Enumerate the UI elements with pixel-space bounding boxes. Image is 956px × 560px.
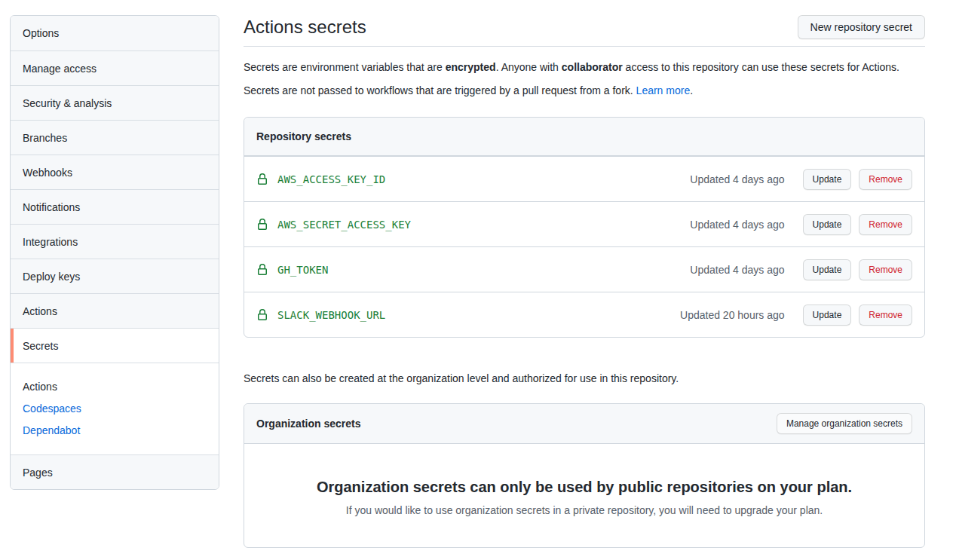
intro-bold-encrypted: encrypted [446,61,496,73]
update-secret-button[interactable]: Update [803,259,852,280]
sidebar-item-manage-access[interactable]: Manage access [11,50,219,85]
empty-state-subtext: If you would like to use organization se… [274,503,894,519]
sidebar-item-label: Deploy keys [23,271,80,283]
lock-icon [256,219,268,231]
repository-secrets-box: Repository secrets AWS_ACCESS_KEY_ID Upd… [244,117,925,338]
update-secret-button[interactable]: Update [803,304,852,326]
settings-page: Options Manage access Security & analysi… [0,0,956,548]
secret-row-actions: Update Remove [803,304,912,326]
organization-secrets-title: Organization secrets [256,418,361,430]
subnav-item-actions[interactable]: Actions [23,375,207,397]
new-repository-secret-button[interactable]: New repository secret [798,15,925,39]
intro-text-segment: Secrets are environment variables that a… [244,61,446,73]
sidebar-item-pages[interactable]: Pages [11,454,219,489]
update-secret-button[interactable]: Update [803,214,852,235]
secret-name: AWS_SECRET_ACCESS_KEY [277,219,411,231]
sidebar-item-label: Secrets [23,340,58,352]
secret-updated-timestamp: Updated 4 days ago [690,173,784,185]
secret-row: SLACK_WEBHOOK_URL Updated 20 hours ago U… [244,292,924,337]
remove-secret-button[interactable]: Remove [859,214,912,235]
sidebar-item-branches[interactable]: Branches [11,120,219,155]
intro-text-segment: . Anyone with [496,61,562,73]
secrets-subnav: Actions Codespaces Dependabot [11,363,219,454]
secret-row: AWS_ACCESS_KEY_ID Updated 4 days ago Upd… [244,156,924,201]
sidebar-item-label: Actions [23,305,57,317]
secret-updated-timestamp: Updated 4 days ago [690,219,784,231]
subnav-item-label: Actions [23,381,57,393]
sidebar-item-label: Webhooks [23,167,72,179]
remove-secret-button[interactable]: Remove [859,259,912,280]
lock-icon [256,309,268,321]
learn-more-link[interactable]: Learn more [636,84,691,96]
organization-note: Secrets can also be created at the organ… [244,371,925,387]
organization-secrets-header: Organization secrets Manage organization… [244,404,924,444]
intro-paragraph-2: Secrets are not passed to workflows that… [244,83,925,99]
sidebar-item-secrets[interactable]: Secrets [11,328,219,363]
intro-paragraph-1: Secrets are environment variables that a… [244,60,925,75]
sidebar-item-label: Security & analysis [23,97,112,109]
page-title: Actions secrets [244,17,366,38]
secret-row-actions: Update Remove [803,214,912,235]
remove-secret-button[interactable]: Remove [859,169,912,190]
sidebar-item-label: Pages [23,467,53,479]
secret-row-actions: Update Remove [803,169,912,190]
sidebar-item-label: Notifications [23,201,80,213]
intro-text-segment: Secrets are not passed to workflows that… [244,84,636,96]
page-header: Actions secrets New repository secret [244,15,925,47]
sidebar-item-label: Options [23,27,59,39]
secret-row: GH_TOKEN Updated 4 days ago Update Remov… [244,246,924,292]
subnav-item-label: Dependabot [23,424,80,436]
sidebar-item-label: Manage access [23,63,97,75]
organization-secrets-box: Organization secrets Manage organization… [244,403,925,548]
secret-row: AWS_SECRET_ACCESS_KEY Updated 4 days ago… [244,201,924,246]
secret-updated-timestamp: Updated 4 days ago [690,264,784,276]
sidebar-item-notifications[interactable]: Notifications [11,189,219,224]
intro-text: Secrets are environment variables that a… [244,60,925,99]
intro-text-segment: . [690,84,693,96]
subnav-item-codespaces[interactable]: Codespaces [23,397,207,419]
sidebar-item-integrations[interactable]: Integrations [11,224,219,259]
secret-name: AWS_ACCESS_KEY_ID [277,173,385,185]
lock-icon [256,264,268,276]
repository-secrets-title: Repository secrets [256,130,351,142]
sidebar-item-label: Integrations [23,236,78,248]
sidebar-item-deploy-keys[interactable]: Deploy keys [11,259,219,293]
remove-secret-button[interactable]: Remove [859,304,912,326]
organization-secrets-empty-state: Organization secrets can only be used by… [244,444,924,547]
sidebar-item-options[interactable]: Options [11,16,219,50]
sidebar-item-label: Branches [23,132,67,144]
update-secret-button[interactable]: Update [803,169,852,190]
sidebar-item-security-analysis[interactable]: Security & analysis [11,85,219,120]
intro-text-segment: access to this repository can use these … [623,61,899,73]
sidebar-item-actions[interactable]: Actions [11,293,219,328]
lock-icon [256,173,268,185]
manage-organization-secrets-button[interactable]: Manage organization secrets [777,413,912,434]
secret-row-actions: Update Remove [803,259,912,280]
sidebar-item-webhooks[interactable]: Webhooks [11,155,219,189]
secret-name: SLACK_WEBHOOK_URL [277,309,385,321]
secret-updated-timestamp: Updated 20 hours ago [680,309,785,321]
main-content: Actions secrets New repository secret Se… [244,15,925,548]
subnav-item-dependabot[interactable]: Dependabot [23,419,207,441]
intro-bold-collaborator: collaborator [562,61,623,73]
subnav-item-label: Codespaces [23,402,81,415]
secret-name: GH_TOKEN [277,264,328,276]
repository-secrets-header: Repository secrets [244,118,924,156]
settings-sidebar: Options Manage access Security & analysi… [10,15,219,490]
empty-state-heading: Organization secrets can only be used by… [274,477,894,497]
